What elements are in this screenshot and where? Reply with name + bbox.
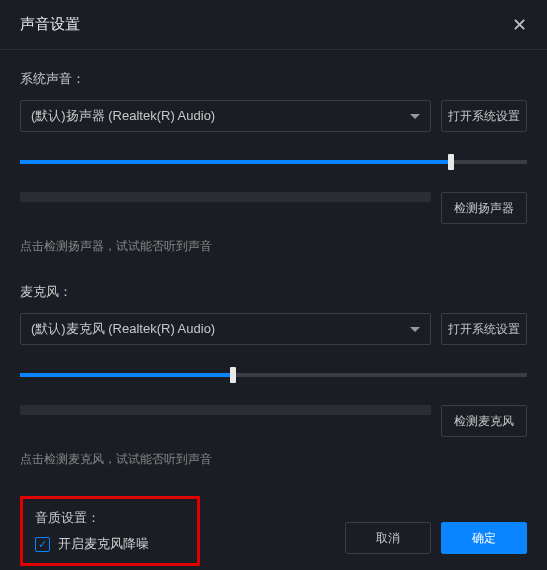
test-speaker-button[interactable]: 检测扬声器 xyxy=(441,192,527,224)
system-device-select[interactable]: (默认)扬声器 (Realtek(R) Audio) xyxy=(20,100,431,132)
system-sound-label: 系统声音： xyxy=(20,70,527,88)
system-device-value: (默认)扬声器 (Realtek(R) Audio) xyxy=(31,107,215,125)
system-hint: 点击检测扬声器，试试能否听到声音 xyxy=(20,238,527,255)
open-mic-settings-button[interactable]: 打开系统设置 xyxy=(441,313,527,345)
slider-thumb[interactable] xyxy=(448,154,454,170)
sound-settings-dialog: 声音设置 ✕ 系统声音： (默认)扬声器 (Realtek(R) Audio) … xyxy=(0,0,547,570)
dialog-content: 系统声音： (默认)扬声器 (Realtek(R) Audio) 打开系统设置 … xyxy=(0,50,547,566)
quality-highlight: 音质设置： ✓ 开启麦克风降噪 xyxy=(20,496,200,566)
slider-thumb[interactable] xyxy=(230,367,236,383)
mic-device-select[interactable]: (默认)麦克风 (Realtek(R) Audio) xyxy=(20,313,431,345)
quality-label: 音质设置： xyxy=(35,509,185,527)
noise-reduction-checkbox[interactable]: ✓ xyxy=(35,537,50,552)
mic-volume-slider[interactable] xyxy=(20,359,527,391)
dialog-header: 声音设置 ✕ xyxy=(0,0,547,50)
dialog-title: 声音设置 xyxy=(20,15,80,34)
chevron-down-icon xyxy=(410,327,420,332)
slider-fill xyxy=(20,373,233,377)
cancel-button[interactable]: 取消 xyxy=(345,522,431,554)
dialog-footer: 取消 确定 xyxy=(345,522,527,554)
system-volume-slider[interactable] xyxy=(20,146,527,178)
chevron-down-icon xyxy=(410,114,420,119)
system-level-meter xyxy=(20,192,431,202)
open-system-settings-button[interactable]: 打开系统设置 xyxy=(441,100,527,132)
noise-reduction-row[interactable]: ✓ 开启麦克风降噪 xyxy=(35,535,185,553)
confirm-button[interactable]: 确定 xyxy=(441,522,527,554)
mic-level-meter xyxy=(20,405,431,415)
mic-hint: 点击检测麦克风，试试能否听到声音 xyxy=(20,451,527,468)
close-icon[interactable]: ✕ xyxy=(512,14,527,36)
noise-reduction-label: 开启麦克风降噪 xyxy=(58,535,149,553)
mic-label: 麦克风： xyxy=(20,283,527,301)
slider-fill xyxy=(20,160,451,164)
test-mic-button[interactable]: 检测麦克风 xyxy=(441,405,527,437)
mic-device-value: (默认)麦克风 (Realtek(R) Audio) xyxy=(31,320,215,338)
